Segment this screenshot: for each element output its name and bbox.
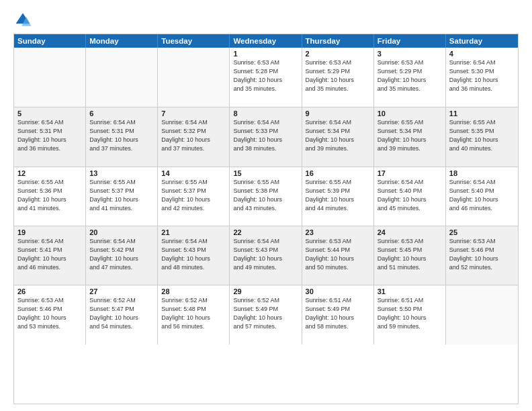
cal-cell: 21Sunrise: 6:54 AM Sunset: 5:43 PM Dayli… bbox=[158, 226, 230, 285]
day-info: Sunrise: 6:54 AM Sunset: 5:40 PM Dayligh… bbox=[378, 178, 442, 213]
header-cell-saturday: Saturday bbox=[446, 34, 518, 48]
cal-cell: 6Sunrise: 6:54 AM Sunset: 5:31 PM Daylig… bbox=[86, 107, 158, 166]
cal-cell: 5Sunrise: 6:54 AM Sunset: 5:31 PM Daylig… bbox=[14, 107, 86, 166]
day-number: 30 bbox=[306, 287, 370, 295]
header-cell-thursday: Thursday bbox=[302, 34, 374, 48]
day-number: 16 bbox=[306, 169, 370, 177]
cal-cell: 31Sunrise: 6:51 AM Sunset: 5:50 PM Dayli… bbox=[374, 285, 446, 344]
cal-cell: 23Sunrise: 6:53 AM Sunset: 5:44 PM Dayli… bbox=[302, 226, 374, 285]
day-number: 10 bbox=[378, 109, 442, 118]
calendar-body: 1Sunrise: 6:53 AM Sunset: 5:28 PM Daylig… bbox=[14, 48, 518, 404]
day-info: Sunrise: 6:53 AM Sunset: 5:46 PM Dayligh… bbox=[449, 237, 515, 272]
day-info: Sunrise: 6:53 AM Sunset: 5:29 PM Dayligh… bbox=[378, 58, 442, 93]
day-info: Sunrise: 6:54 AM Sunset: 5:42 PM Dayligh… bbox=[89, 237, 154, 272]
day-number: 25 bbox=[449, 228, 515, 236]
cal-cell: 2Sunrise: 6:53 AM Sunset: 5:29 PM Daylig… bbox=[302, 48, 374, 107]
day-number: 15 bbox=[233, 169, 298, 177]
day-info: Sunrise: 6:51 AM Sunset: 5:50 PM Dayligh… bbox=[378, 296, 442, 331]
cal-cell: 25Sunrise: 6:53 AM Sunset: 5:46 PM Dayli… bbox=[446, 226, 518, 285]
day-info: Sunrise: 6:54 AM Sunset: 5:34 PM Dayligh… bbox=[306, 118, 370, 153]
cal-cell: 3Sunrise: 6:53 AM Sunset: 5:29 PM Daylig… bbox=[374, 48, 446, 107]
page: SundayMondayTuesdayWednesdayThursdayFrid… bbox=[0, 0, 532, 411]
week-row-1: 5Sunrise: 6:54 AM Sunset: 5:31 PM Daylig… bbox=[14, 107, 518, 166]
cal-cell: 14Sunrise: 6:55 AM Sunset: 5:37 PM Dayli… bbox=[158, 167, 230, 226]
header-cell-sunday: Sunday bbox=[14, 34, 86, 48]
day-info: Sunrise: 6:54 AM Sunset: 5:32 PM Dayligh… bbox=[161, 118, 226, 153]
cal-cell: 24Sunrise: 6:53 AM Sunset: 5:45 PM Dayli… bbox=[374, 226, 446, 285]
day-info: Sunrise: 6:53 AM Sunset: 5:46 PM Dayligh… bbox=[17, 296, 82, 331]
day-info: Sunrise: 6:54 AM Sunset: 5:31 PM Dayligh… bbox=[89, 118, 154, 153]
cal-cell: 30Sunrise: 6:51 AM Sunset: 5:49 PM Dayli… bbox=[302, 285, 374, 344]
cal-cell: 1Sunrise: 6:53 AM Sunset: 5:28 PM Daylig… bbox=[230, 48, 302, 107]
day-info: Sunrise: 6:55 AM Sunset: 5:37 PM Dayligh… bbox=[89, 178, 154, 213]
logo-icon bbox=[13, 11, 32, 30]
day-info: Sunrise: 6:54 AM Sunset: 5:30 PM Dayligh… bbox=[449, 58, 515, 93]
day-info: Sunrise: 6:54 AM Sunset: 5:33 PM Dayligh… bbox=[233, 118, 298, 153]
cal-cell bbox=[14, 48, 86, 107]
cal-cell: 11Sunrise: 6:55 AM Sunset: 5:35 PM Dayli… bbox=[446, 107, 518, 166]
day-info: Sunrise: 6:55 AM Sunset: 5:34 PM Dayligh… bbox=[378, 118, 442, 153]
day-info: Sunrise: 6:55 AM Sunset: 5:38 PM Dayligh… bbox=[233, 178, 298, 213]
day-number: 14 bbox=[161, 169, 226, 177]
cal-cell: 12Sunrise: 6:55 AM Sunset: 5:36 PM Dayli… bbox=[14, 167, 86, 226]
day-number: 6 bbox=[89, 109, 154, 118]
day-info: Sunrise: 6:54 AM Sunset: 5:43 PM Dayligh… bbox=[161, 237, 226, 272]
cal-cell: 16Sunrise: 6:55 AM Sunset: 5:39 PM Dayli… bbox=[302, 167, 374, 226]
day-number: 12 bbox=[17, 169, 82, 177]
cal-cell: 19Sunrise: 6:54 AM Sunset: 5:41 PM Dayli… bbox=[14, 226, 86, 285]
cal-cell bbox=[158, 48, 230, 107]
day-number: 26 bbox=[17, 287, 82, 295]
day-number: 24 bbox=[378, 228, 442, 236]
day-number: 13 bbox=[89, 169, 154, 177]
cal-cell: 18Sunrise: 6:54 AM Sunset: 5:40 PM Dayli… bbox=[446, 167, 518, 226]
day-info: Sunrise: 6:53 AM Sunset: 5:29 PM Dayligh… bbox=[306, 58, 370, 93]
header-cell-monday: Monday bbox=[86, 34, 158, 48]
day-number: 8 bbox=[233, 109, 298, 118]
cal-cell: 28Sunrise: 6:52 AM Sunset: 5:48 PM Dayli… bbox=[158, 285, 230, 344]
day-info: Sunrise: 6:52 AM Sunset: 5:48 PM Dayligh… bbox=[161, 296, 226, 331]
day-number: 27 bbox=[89, 287, 154, 295]
day-number: 7 bbox=[161, 109, 226, 118]
day-info: Sunrise: 6:52 AM Sunset: 5:49 PM Dayligh… bbox=[233, 296, 298, 331]
day-number: 9 bbox=[306, 109, 370, 118]
calendar: SundayMondayTuesdayWednesdayThursdayFrid… bbox=[13, 34, 519, 404]
day-number: 22 bbox=[233, 228, 298, 236]
day-info: Sunrise: 6:55 AM Sunset: 5:37 PM Dayligh… bbox=[161, 178, 226, 213]
day-number: 17 bbox=[378, 169, 442, 177]
day-info: Sunrise: 6:54 AM Sunset: 5:31 PM Dayligh… bbox=[17, 118, 82, 153]
cal-cell: 29Sunrise: 6:52 AM Sunset: 5:49 PM Dayli… bbox=[230, 285, 302, 344]
week-row-2: 12Sunrise: 6:55 AM Sunset: 5:36 PM Dayli… bbox=[14, 167, 518, 226]
cal-cell: 27Sunrise: 6:52 AM Sunset: 5:47 PM Dayli… bbox=[86, 285, 158, 344]
cal-cell: 9Sunrise: 6:54 AM Sunset: 5:34 PM Daylig… bbox=[302, 107, 374, 166]
day-number: 28 bbox=[161, 287, 226, 295]
week-row-3: 19Sunrise: 6:54 AM Sunset: 5:41 PM Dayli… bbox=[14, 226, 518, 285]
day-number: 2 bbox=[306, 50, 370, 58]
day-number: 11 bbox=[449, 109, 515, 118]
day-info: Sunrise: 6:55 AM Sunset: 5:39 PM Dayligh… bbox=[306, 178, 370, 213]
cal-cell: 8Sunrise: 6:54 AM Sunset: 5:33 PM Daylig… bbox=[230, 107, 302, 166]
day-number: 5 bbox=[17, 109, 82, 118]
day-number: 31 bbox=[378, 287, 442, 295]
week-row-0: 1Sunrise: 6:53 AM Sunset: 5:28 PM Daylig… bbox=[14, 48, 518, 107]
day-number: 23 bbox=[306, 228, 370, 236]
day-info: Sunrise: 6:54 AM Sunset: 5:41 PM Dayligh… bbox=[17, 237, 82, 272]
day-number: 1 bbox=[233, 50, 298, 58]
cal-cell: 7Sunrise: 6:54 AM Sunset: 5:32 PM Daylig… bbox=[158, 107, 230, 166]
day-info: Sunrise: 6:54 AM Sunset: 5:43 PM Dayligh… bbox=[233, 237, 298, 272]
week-row-4: 26Sunrise: 6:53 AM Sunset: 5:46 PM Dayli… bbox=[14, 285, 518, 344]
day-number: 4 bbox=[449, 50, 515, 58]
day-number: 21 bbox=[161, 228, 226, 236]
day-number: 20 bbox=[89, 228, 154, 236]
day-info: Sunrise: 6:53 AM Sunset: 5:45 PM Dayligh… bbox=[378, 237, 442, 272]
day-number: 18 bbox=[449, 169, 515, 177]
day-info: Sunrise: 6:53 AM Sunset: 5:44 PM Dayligh… bbox=[306, 237, 370, 272]
cal-cell: 10Sunrise: 6:55 AM Sunset: 5:34 PM Dayli… bbox=[374, 107, 446, 166]
cal-cell: 22Sunrise: 6:54 AM Sunset: 5:43 PM Dayli… bbox=[230, 226, 302, 285]
cal-cell: 26Sunrise: 6:53 AM Sunset: 5:46 PM Dayli… bbox=[14, 285, 86, 344]
day-number: 29 bbox=[233, 287, 298, 295]
day-number: 3 bbox=[378, 50, 442, 58]
cal-cell: 15Sunrise: 6:55 AM Sunset: 5:38 PM Dayli… bbox=[230, 167, 302, 226]
logo bbox=[13, 11, 35, 30]
cal-cell: 17Sunrise: 6:54 AM Sunset: 5:40 PM Dayli… bbox=[374, 167, 446, 226]
header bbox=[13, 11, 519, 30]
